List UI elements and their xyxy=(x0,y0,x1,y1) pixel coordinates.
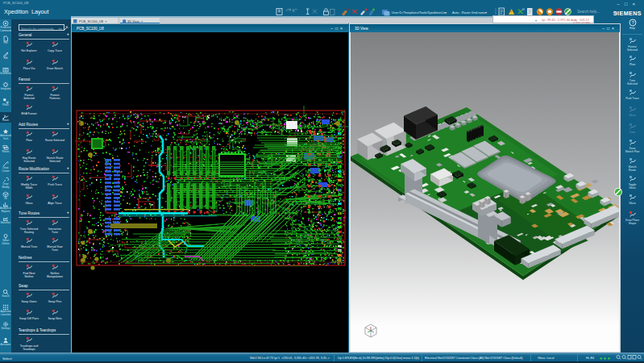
svg-text:Auto - Route Grid none: Auto - Route Grid none xyxy=(452,10,486,15)
svg-text:▾: ▾ xyxy=(485,10,487,15)
svg-text:?: ? xyxy=(631,20,634,25)
svg-text:!: ! xyxy=(511,10,512,15)
svg-text:▾: ▾ xyxy=(445,10,447,15)
svg-text:User:D:/Templates/Tools/Xpedit: User:D:/Templates/Tools/XpeditionCo.. xyxy=(392,10,447,15)
